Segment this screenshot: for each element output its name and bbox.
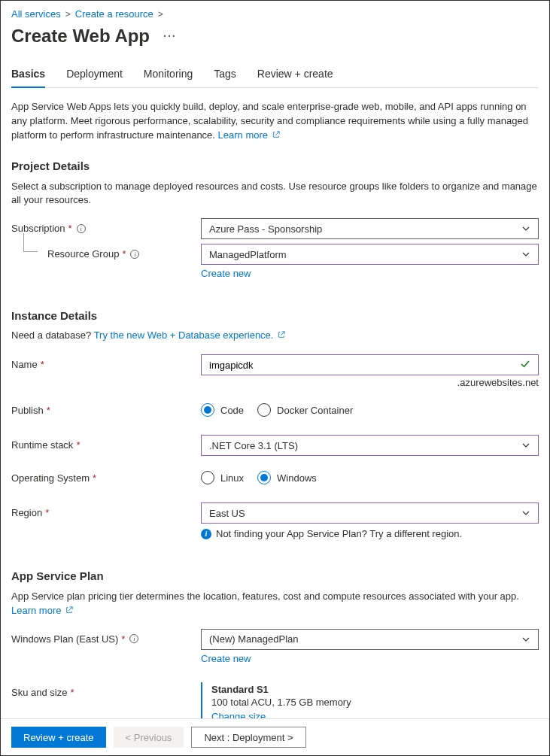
publish-label: Publish* [11,400,201,416]
intro-text: App Service Web Apps lets you quickly bu… [11,100,539,143]
web-database-link[interactable]: Try the new Web + Database experience. [94,329,285,341]
tab-deployment[interactable]: Deployment [66,68,123,87]
asp-learn-more-link[interactable]: Learn more [11,605,73,616]
tab-monitoring[interactable]: Monitoring [144,68,193,87]
windows-plan-label: Windows Plan (East US)* i [11,629,201,645]
chevron-down-icon [521,635,530,644]
publish-code-radio[interactable]: Code [201,403,244,417]
plan-create-new-link[interactable]: Create new [201,653,251,664]
next-button[interactable]: Next : Deployment > [191,727,305,748]
external-link-icon [272,131,280,138]
need-database-text: Need a database? Try the new Web + Datab… [11,329,539,341]
info-icon[interactable]: i [77,224,86,233]
tab-tags[interactable]: Tags [214,68,236,87]
info-icon[interactable]: i [130,250,139,259]
section-project-details-heading: Project Details [11,159,539,172]
chevron-down-icon [521,250,530,259]
tab-basics[interactable]: Basics [11,68,45,87]
os-windows-radio[interactable]: Windows [257,471,317,484]
name-suffix: .azurewebsites.net [201,377,539,388]
name-input[interactable] [209,360,520,371]
runtime-dropdown[interactable]: .NET Core 3.1 (LTS) [201,435,539,456]
region-label: Region* [11,502,201,518]
more-actions-icon[interactable]: ··· [163,30,177,42]
chevron-down-icon [521,224,530,233]
publish-docker-radio[interactable]: Docker Container [257,403,353,417]
subscription-dropdown[interactable]: Azure Pass - Sponsorship [201,218,539,239]
info-icon: i [201,529,211,539]
resource-group-label: Resource Group* i [11,244,201,260]
chevron-right-icon: > [158,9,163,20]
page-title: Create Web App ··· [11,26,539,47]
runtime-label: Runtime stack* [11,435,201,451]
sku-sub: 100 total ACU, 1.75 GB memory [211,697,539,708]
chevron-down-icon [521,441,530,450]
windows-plan-dropdown[interactable]: (New) ManagedPlan [201,629,539,650]
section-instance-details-heading: Instance Details [11,309,539,322]
chevron-right-icon: > [65,9,71,20]
resource-group-create-new-link[interactable]: Create new [201,268,251,279]
previous-button: < Previous [114,727,184,748]
check-icon [520,359,530,372]
subscription-label: Subscription* i [11,218,201,234]
info-icon[interactable]: i [129,634,138,643]
footer: Review + create < Previous Next : Deploy… [1,718,549,755]
external-link-icon [65,606,73,614]
sku-label: Sku and size* [11,682,201,698]
region-hint: i Not finding your App Service Plan? Try… [201,528,539,539]
tab-review[interactable]: Review + create [257,68,333,87]
os-linux-radio[interactable]: Linux [201,471,244,484]
tabs: Basics Deployment Monitoring Tags Review… [11,68,539,88]
resource-group-dropdown[interactable]: ManagedPlatform [201,244,539,265]
project-details-desc: Select a subscription to manage deployed… [11,180,539,208]
name-input-wrapper [201,354,539,375]
app-service-plan-desc: App Service plan pricing tier determines… [11,590,539,618]
chevron-down-icon [521,509,530,518]
section-app-service-plan-heading: App Service Plan [11,569,539,582]
review-create-button[interactable]: Review + create [11,727,106,748]
external-link-icon [278,331,285,339]
region-dropdown[interactable]: East US [201,502,539,524]
intro-learn-more-link[interactable]: Learn more [218,129,280,141]
os-label: Operating System* [11,468,201,484]
breadcrumb-create-resource[interactable]: Create a resource [75,8,153,20]
sku-title: Standard S1 [211,684,539,695]
sku-summary: Standard S1 100 total ACU, 1.75 GB memor… [201,682,539,724]
breadcrumb-all-services[interactable]: All services [11,8,61,20]
name-label: Name* [11,354,201,370]
breadcrumb: All services > Create a resource > [11,8,539,20]
